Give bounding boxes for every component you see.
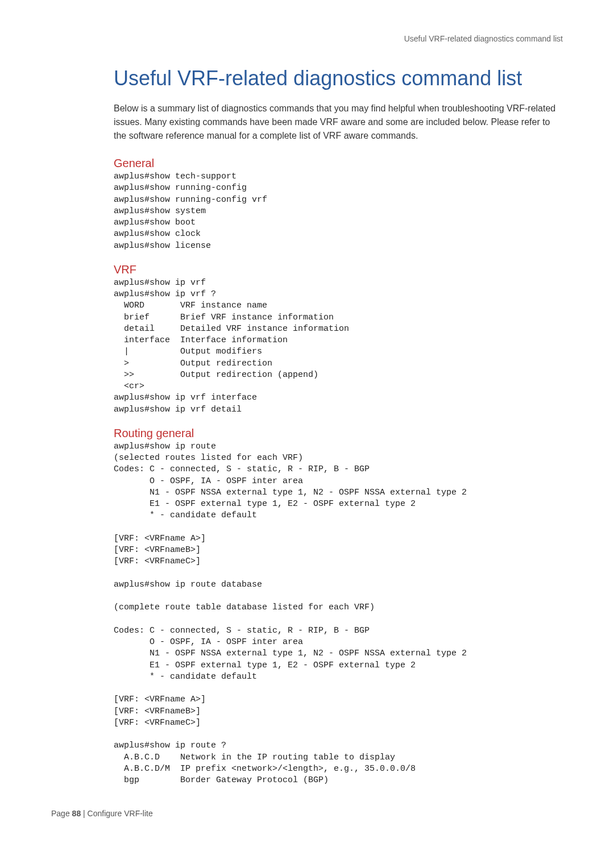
section-heading-general: General xyxy=(114,157,563,170)
footer-separator: | xyxy=(81,809,87,818)
code-block-vrf: awplus#show ip vrf awplus#show ip vrf ? … xyxy=(114,277,563,416)
document-page: Useful VRF-related diagnostics command l… xyxy=(0,0,614,841)
footer-page-number: 88 xyxy=(72,809,81,818)
section-heading-routing: Routing general xyxy=(114,427,563,440)
code-block-routing: awplus#show ip route (selected routes li… xyxy=(114,441,563,787)
page-title: Useful VRF-related diagnostics command l… xyxy=(114,66,563,90)
code-block-general: awplus#show tech-support awplus#show run… xyxy=(114,171,563,252)
content-area: Useful VRF-related diagnostics command l… xyxy=(114,66,563,786)
intro-paragraph: Below is a summary list of diagnostics c… xyxy=(114,102,563,143)
page-footer: Page 88 | Configure VRF-lite xyxy=(51,809,563,818)
section-heading-vrf: VRF xyxy=(114,263,563,276)
footer-doc-title: Configure VRF-lite xyxy=(88,809,153,818)
footer-page-label: Page xyxy=(51,809,70,818)
running-head: Useful VRF-related diagnostics command l… xyxy=(51,34,563,43)
